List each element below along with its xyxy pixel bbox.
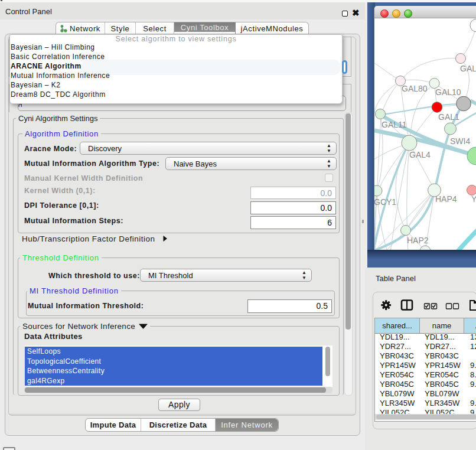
- svg-text:GAL10: GAL10: [435, 87, 461, 97]
- svg-text:Y: Y: [471, 194, 476, 204]
- svg-text:GAL: GAL: [460, 64, 476, 73]
- svg-text:HAP4: HAP4: [435, 194, 457, 204]
- svg-text:SWI4: SWI4: [450, 136, 470, 146]
- svg-text:HAP2: HAP2: [407, 236, 429, 245]
- svg-text:GAL1: GAL1: [438, 112, 459, 122]
- svg-text:GAL4: GAL4: [409, 150, 431, 159]
- svg-text:GCY1: GCY1: [374, 197, 396, 207]
- svg-text:GAL11: GAL11: [382, 120, 407, 129]
- svg-text:GAL80: GAL80: [402, 84, 428, 93]
